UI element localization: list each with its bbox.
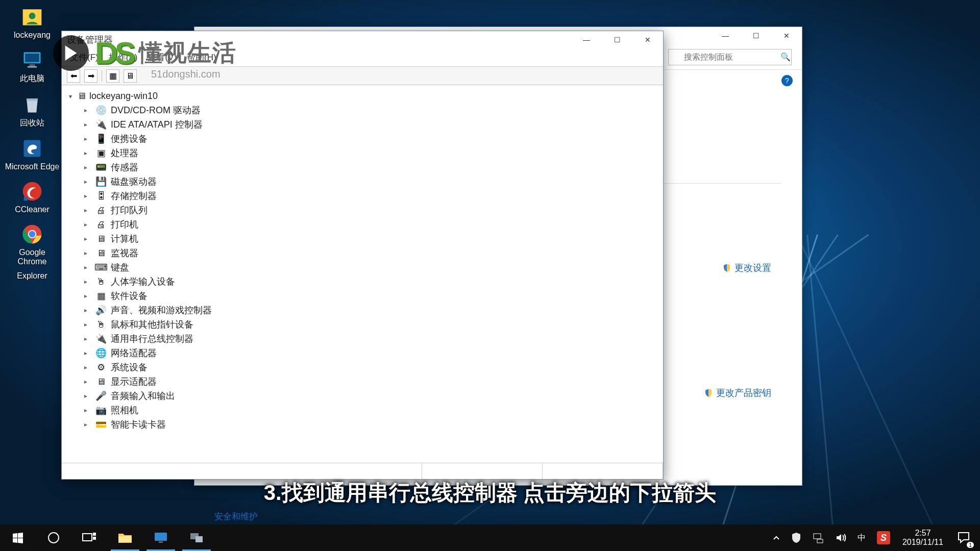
expand-arrow-icon[interactable]: ▸ xyxy=(84,307,91,314)
category-icon: ⌨ xyxy=(95,262,107,273)
device-category[interactable]: ▸📟传感器 xyxy=(67,160,658,174)
security-maintenance-link[interactable]: 安全和维护 xyxy=(214,511,258,522)
expand-arrow-icon[interactable]: ▸ xyxy=(84,264,91,271)
volume-tray-icon[interactable] xyxy=(830,524,851,551)
device-category[interactable]: ▸🌐网络适配器 xyxy=(67,346,658,360)
category-label: 音频输入和输出 xyxy=(111,390,175,402)
expand-arrow-icon[interactable]: ▸ xyxy=(84,392,91,399)
security-tray-icon[interactable] xyxy=(786,524,806,551)
control-panel-search[interactable] xyxy=(668,49,792,65)
expand-arrow-icon[interactable]: ▸ xyxy=(84,149,91,157)
desktop-icon-ccleaner[interactable]: CCleaner xyxy=(4,177,60,219)
taskview-button[interactable] xyxy=(71,524,107,551)
tool-refresh[interactable]: 🖥 xyxy=(124,69,137,83)
expand-arrow-icon[interactable]: ▸ xyxy=(84,407,91,414)
device-category[interactable]: ▸🖱鼠标和其他指针设备 xyxy=(67,317,658,332)
expand-arrow-icon[interactable]: ▸ xyxy=(84,221,91,228)
expand-arrow-icon[interactable]: ▸ xyxy=(84,349,91,357)
tree-root[interactable]: ▾ 🖥 lockeyang-win10 xyxy=(67,89,658,103)
change-product-key-link[interactable]: 更改产品密钥 xyxy=(704,387,771,399)
collapse-arrow-icon[interactable]: ▾ xyxy=(67,93,74,100)
ime-indicator[interactable]: 中 xyxy=(852,524,871,551)
category-label: 监视器 xyxy=(111,247,138,259)
expand-arrow-icon[interactable]: ▸ xyxy=(84,364,91,371)
maximize-button[interactable]: ☐ xyxy=(602,31,632,48)
device-category[interactable]: ▸🎤音频输入和输出 xyxy=(67,389,658,403)
statusbar xyxy=(62,463,663,479)
start-button[interactable] xyxy=(0,524,36,551)
device-category[interactable]: ▸▣处理器 xyxy=(67,146,658,160)
device-category[interactable]: ▸🔊声音、视频和游戏控制器 xyxy=(67,303,658,317)
action-center-button[interactable]: 1 xyxy=(950,524,977,551)
cortana-button[interactable] xyxy=(36,524,71,551)
sys-maximize-button[interactable]: ☐ xyxy=(741,27,771,44)
expand-arrow-icon[interactable]: ▸ xyxy=(84,249,91,257)
desktop-icon-label: Microsoft Edge xyxy=(4,162,60,171)
device-category[interactable]: ▸🖨打印队列 xyxy=(67,203,658,217)
change-settings-link[interactable]: 更改设置 xyxy=(722,262,771,274)
menu-item[interactable]: 帮助(H) xyxy=(183,49,220,65)
expand-arrow-icon[interactable]: ▸ xyxy=(84,207,91,214)
device-category[interactable]: ▸📱便携设备 xyxy=(67,132,658,146)
file-explorer-taskbar[interactable] xyxy=(107,524,143,551)
tool-properties[interactable]: ▦ xyxy=(106,69,119,83)
tray-chevron[interactable] xyxy=(768,524,785,551)
device-category[interactable]: ▸🖥监视器 xyxy=(67,246,658,260)
expand-arrow-icon[interactable]: ▸ xyxy=(84,378,91,385)
tool-back[interactable]: ⬅ xyxy=(67,69,80,83)
taskbar-clock[interactable]: 2:57 2019/11/11 xyxy=(896,529,949,547)
device-category[interactable]: ▸🖱人体学输入设备 xyxy=(67,274,658,289)
expand-arrow-icon[interactable]: ▸ xyxy=(84,121,91,128)
sys-close-button[interactable]: ✕ xyxy=(771,27,802,44)
close-button[interactable]: ✕ xyxy=(632,31,663,48)
expand-arrow-icon[interactable]: ▸ xyxy=(84,421,91,428)
tool-forward[interactable]: ➡ xyxy=(84,69,97,83)
device-category[interactable]: ▸📷照相机 xyxy=(67,403,658,417)
expand-arrow-icon[interactable]: ▸ xyxy=(84,321,91,328)
device-category[interactable]: ▸🖨打印机 xyxy=(67,217,658,232)
desktop-icon-chrome[interactable]: Google Chrome xyxy=(4,219,60,271)
desktop-icon-edge[interactable]: Microsoft Edge xyxy=(4,134,60,177)
category-icon: 🖥 xyxy=(95,247,107,259)
expand-arrow-icon[interactable]: ▸ xyxy=(84,178,91,185)
svg-rect-14 xyxy=(93,537,96,540)
menu-item[interactable]: 查看(V) xyxy=(143,49,181,65)
expand-arrow-icon[interactable]: ▸ xyxy=(84,335,91,342)
desktop-icon-bin[interactable]: 回收站 xyxy=(4,89,60,134)
control-panel-taskbar[interactable] xyxy=(143,524,179,551)
device-category[interactable]: ▸⌨键盘 xyxy=(67,260,658,274)
device-category[interactable]: ▸💿DVD/CD-ROM 驱动器 xyxy=(67,103,658,117)
category-icon: 💾 xyxy=(95,176,107,187)
sys-minimize-button[interactable]: — xyxy=(710,27,741,44)
expand-arrow-icon[interactable]: ▸ xyxy=(84,278,91,285)
help-icon[interactable]: ? xyxy=(781,75,793,86)
device-category[interactable]: ▸🖥计算机 xyxy=(67,232,658,246)
sogou-ime-icon[interactable]: S xyxy=(872,524,895,551)
expand-arrow-icon[interactable]: ▸ xyxy=(84,292,91,299)
device-category[interactable]: ▸🎛存储控制器 xyxy=(67,189,658,203)
menu-item[interactable]: 操作(A) xyxy=(105,49,142,65)
category-label: 显示适配器 xyxy=(111,375,157,388)
device-category[interactable]: ▸⚙系统设备 xyxy=(67,360,658,374)
device-manager-taskbar[interactable] xyxy=(179,524,214,551)
network-tray-icon[interactable] xyxy=(807,524,829,551)
expand-arrow-icon[interactable]: ▸ xyxy=(84,164,91,171)
menu-item[interactable]: 文件(F) xyxy=(66,49,103,65)
expand-arrow-icon[interactable]: ▸ xyxy=(84,107,91,114)
desktop-icon-pc[interactable]: 此电脑 xyxy=(4,45,60,89)
category-icon: 💳 xyxy=(95,419,107,430)
expand-arrow-icon[interactable]: ▸ xyxy=(84,235,91,242)
device-tree[interactable]: ▾ 🖥 lockeyang-win10 ▸💿DVD/CD-ROM 驱动器▸🔌ID… xyxy=(62,85,663,457)
expand-arrow-icon[interactable]: ▸ xyxy=(84,192,91,199)
device-category[interactable]: ▸🔌IDE ATA/ATAPI 控制器 xyxy=(67,117,658,132)
desktop-icon-user[interactable]: lockeyang xyxy=(4,2,60,45)
expand-arrow-icon[interactable]: ▸ xyxy=(84,135,91,142)
device-manager-window: 设备管理器 — ☐ ✕ 文件(F)操作(A)查看(V)帮助(H) ⬅ ➡ ▦ 🖥… xyxy=(61,31,664,480)
device-category[interactable]: ▸🔌通用串行总线控制器 xyxy=(67,332,658,346)
device-category[interactable]: ▸🖥显示适配器 xyxy=(67,374,658,389)
device-category[interactable]: ▸💾磁盘驱动器 xyxy=(67,174,658,189)
minimize-button[interactable]: — xyxy=(571,31,602,48)
device-category[interactable]: ▸▦软件设备 xyxy=(67,289,658,303)
menu-bar[interactable]: 文件(F)操作(A)查看(V)帮助(H) xyxy=(62,48,663,67)
device-category[interactable]: ▸💳智能卡读卡器 xyxy=(67,417,658,432)
